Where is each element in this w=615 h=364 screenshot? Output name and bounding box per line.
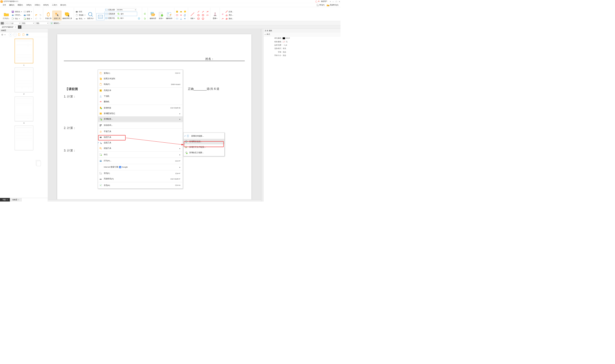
stamp-tool[interactable]: 图章 ▾ [211,11,219,20]
submenu-custom-link[interactable]: +新增自定义链接... [184,150,225,156]
undo2-button[interactable] [34,17,39,20]
bookmark-tab[interactable]: 书签✕ [0,198,10,201]
menu-edit[interactable]: 编辑(E) [7,3,16,7]
snapshot-button[interactable]: 快照 [75,10,86,13]
minimize-button[interactable]: — [333,0,334,2]
ctx-hand-tool[interactable]: 手形工具 [98,129,183,134]
ctx-select-tool[interactable]: ✔T选取工具 [98,140,183,145]
ctx-snapshot-tool[interactable]: 快照工具 [98,134,183,140]
clipboard-button[interactable]: 剪贴板▾ [75,13,86,17]
tab-close-icon[interactable]: ✕ [15,26,16,28]
ctx-search-engine[interactable]: Internet 搜索引擎: g Google▸ [98,164,183,170]
thumbnail-page-2[interactable]: 2 [15,68,33,95]
add-tab-button[interactable]: + [18,26,21,29]
perimeter-tool[interactable]: 周长... [225,13,234,17]
blend1-dropdown[interactable]: 混合▾ [21,22,35,25]
restore-button[interactable]: ☐ [336,0,337,2]
thumbnail-page-1[interactable]: 1 [15,39,33,66]
fill-swatch[interactable] [1,22,4,25]
menu-document[interactable]: 文档(D) [25,3,33,7]
undo-button[interactable] [34,13,39,17]
select-tool[interactable]: T 选取工具 [53,11,62,20]
prop-font[interactable]: 字体混合 [264,50,341,53]
edit-form[interactable]: 编辑表单 [165,11,173,20]
redo2-button[interactable] [39,17,42,20]
save-button[interactable]: 保存(S)▾ [11,10,23,13]
actual-size[interactable]: 实际大小 [86,11,95,20]
annotation-tool[interactable]: 编辑注释工具 [61,11,73,20]
prop-fill-color[interactable]: 填充颜色0,0,0 [264,37,341,40]
fit-page[interactable]: 匹配页面 94.54%▾ [105,8,137,11]
pentagon-shape[interactable] [201,17,205,20]
hand-tool[interactable]: 手形工具 [44,11,52,20]
prop-font-size[interactable]: 字体大小混合 [264,54,341,57]
note-annot[interactable] [183,10,187,13]
open-button[interactable]: 打开(O)... [2,11,11,20]
attach-annot[interactable] [183,13,187,17]
strike-annot[interactable]: T [179,13,183,17]
opacity-dropdown[interactable]: ▾ [6,22,8,25]
ctx-underline[interactable]: T下划线 [98,93,183,99]
menu-form[interactable]: 表单(R) [41,3,50,7]
menu-file[interactable]: 文件 [1,3,7,7]
thumbs-tab[interactable]: 缩略图✕ [10,198,22,201]
gear-icon[interactable] [1,33,3,36]
zoomout-button[interactable]: −缩小 [117,17,124,20]
ctx-copy-rich[interactable]: 按富文本复制 [98,76,183,81]
cloud-shape[interactable] [206,13,210,17]
user-account[interactable]: 📍 微信用户 [315,0,327,3]
line-shape[interactable] [197,10,201,13]
ctx-barcode[interactable]: 添加条码... [98,123,183,128]
prop-border-width[interactable]: 边框宽度− 1 pt [264,43,341,47]
pencil-tool[interactable] [221,17,225,20]
ctx-new-bookmark[interactable]: +新增书签Ctrl+Shift+B [98,105,183,111]
mail-button[interactable]: 邮寄▾ [23,10,33,13]
edit-content[interactable]: 编辑内容 [149,11,157,20]
menu-comment[interactable]: 注释(C) [33,3,42,7]
scan-button[interactable]: 扫描 [23,13,33,17]
add-button[interactable]: + 添加 ▾ [157,11,165,20]
arrow-shape[interactable] [201,10,205,13]
rotate-left-icon[interactable] [18,33,21,36]
distance-tool[interactable]: 距离... [225,10,234,13]
thumbnail-page-3[interactable]: 3 [15,97,33,124]
circle-shape[interactable] [197,13,201,17]
horizontal-scrollbar[interactable] [48,199,261,202]
export-button[interactable]: 导出▾ [11,17,23,20]
highlight-annot[interactable]: T [179,10,183,13]
rotate-cw[interactable] [143,17,147,20]
rect-shape[interactable] [197,17,201,20]
find-button[interactable]: 查找...▾ [75,17,86,20]
vertical-scrollbar[interactable] [261,29,263,201]
blend2-dropdown[interactable]: 混合▾ [36,22,49,25]
hexagon-shape[interactable] [201,13,205,17]
textfield-annot[interactable] [175,17,179,20]
print-button[interactable]: 打印(P)... [11,13,23,17]
prop-render-mode[interactable]: 渲染模式填充 [264,47,341,50]
rotate-right-icon[interactable] [22,33,25,36]
submenu-web-link[interactable]: 新增网页链接... [184,139,225,144]
ctx-select-all[interactable]: 全选(A)Ctrl+A [98,182,183,188]
lines-tool[interactable]: 线条 ▾ [189,11,197,20]
zoomin-lg[interactable]: + [137,17,141,20]
thumbnails-list[interactable]: 1 2 3 [0,37,48,198]
ctx-advfind[interactable]: 高级查找(S)Ctrl+Shift+F [98,176,183,182]
fit-visible[interactable]: 匹配可见 −缩小 [105,16,137,20]
properties-button[interactable]: 属性(P)... [50,22,61,25]
submenu-goto-link[interactable]: ✔#新增转到链接... [184,133,225,139]
ctx-pin-note[interactable]: 新增固顶笔记▸ [98,111,183,116]
print-thumbs-icon[interactable] [26,33,28,36]
ctx-paste[interactable]: 粘贴(P)Shift+Insert [98,81,183,87]
ctx-new-link[interactable]: +新增链接...▸ [98,116,183,122]
rotate-ccw[interactable] [143,12,147,15]
menu-view[interactable]: 视图(V) [16,3,24,7]
new-button[interactable]: ✦新建▾ [23,17,33,20]
document-tab[interactable]: 金舟PDF编辑器 * ✕ [0,26,18,29]
menu-window[interactable]: 窗口(W) [59,3,67,7]
polyline-shape[interactable] [206,10,210,13]
ctx-strike[interactable]: T删除线 [98,99,183,104]
sound-annot[interactable] [183,17,187,20]
zoom-combo[interactable]: 94.54%▾ [117,8,136,11]
close-button[interactable]: ✕ [339,0,340,2]
prop-stroke-color[interactable]: 线条颜色无 [264,40,341,43]
